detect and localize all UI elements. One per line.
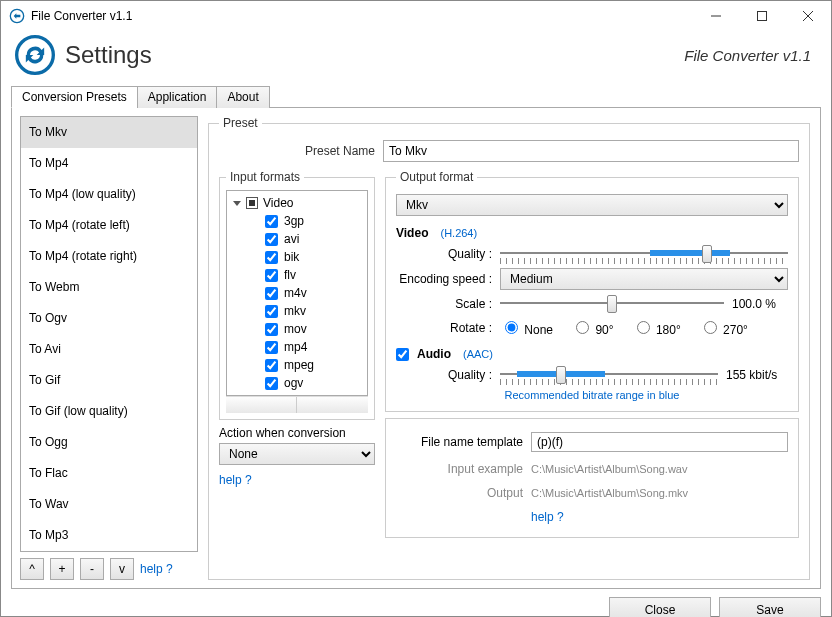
encoding-speed-select[interactable]: Medium xyxy=(500,268,788,290)
format-checkbox[interactable] xyxy=(265,377,278,390)
audio-codec-label: (AAC) xyxy=(463,348,493,360)
product-name: File Converter v1.1 xyxy=(684,47,811,64)
format-checkbox[interactable] xyxy=(265,251,278,264)
tree-expand-icon[interactable] xyxy=(233,201,241,206)
preset-name-label: Preset Name xyxy=(219,144,375,158)
preset-item[interactable]: To Webm xyxy=(21,272,197,303)
minimize-button[interactable] xyxy=(693,1,739,31)
save-settings-button[interactable]: Save xyxy=(719,597,821,617)
input-help-link[interactable]: help ? xyxy=(219,473,375,487)
video-quality-label: Quality : xyxy=(396,247,492,261)
close-settings-button[interactable]: Close xyxy=(609,597,711,617)
window-title: File Converter v1.1 xyxy=(31,9,132,23)
page-title: Settings xyxy=(65,41,152,69)
bitrate-note: Recommended bitrate range in blue xyxy=(396,389,788,401)
input-formats-legend: Input formats xyxy=(226,170,304,184)
format-label: mkv xyxy=(284,304,306,318)
format-checkbox[interactable] xyxy=(265,287,278,300)
format-checkbox[interactable] xyxy=(265,269,278,282)
preset-item[interactable]: To Mp4 (rotate left) xyxy=(21,210,197,241)
format-checkbox[interactable] xyxy=(265,305,278,318)
preset-legend: Preset xyxy=(219,116,262,130)
format-checkbox[interactable] xyxy=(265,215,278,228)
format-label: mpeg xyxy=(284,358,314,372)
preset-item[interactable]: To Mp3 xyxy=(21,520,197,551)
template-help-link[interactable]: help ? xyxy=(531,510,564,524)
preset-name-input[interactable] xyxy=(383,140,799,162)
preset-item[interactable]: To Mp4 xyxy=(21,148,197,179)
tab-application[interactable]: Application xyxy=(137,86,218,108)
format-checkbox[interactable] xyxy=(265,323,278,336)
tree-tristate-checkbox[interactable] xyxy=(246,197,258,209)
output-example-value: C:\Music\Artist\Album\Song.mkv xyxy=(531,487,688,499)
encoding-speed-label: Encoding speed : xyxy=(396,272,492,286)
action-label: Action when conversion xyxy=(219,426,375,440)
format-label: ogv xyxy=(284,376,303,390)
scale-label: Scale : xyxy=(396,297,492,311)
output-example-label: Output xyxy=(396,486,523,500)
close-button[interactable] xyxy=(785,1,831,31)
file-template-input[interactable] xyxy=(531,432,788,452)
format-checkbox[interactable] xyxy=(265,341,278,354)
audio-checkbox[interactable] xyxy=(396,348,409,361)
tab-conversion-presets[interactable]: Conversion Presets xyxy=(11,86,138,108)
preset-list[interactable]: To Mkv To Mp4 To Mp4 (low quality) To Mp… xyxy=(20,116,198,552)
titlebar: File Converter v1.1 xyxy=(1,1,831,31)
app-small-icon xyxy=(9,8,25,24)
format-label: mov xyxy=(284,322,307,336)
video-quality-slider[interactable] xyxy=(500,243,788,265)
rotate-option[interactable]: 90° xyxy=(571,318,614,337)
sidebar-help-link[interactable]: help ? xyxy=(140,562,173,576)
preset-move-up-button[interactable]: ^ xyxy=(20,558,44,580)
format-label: bik xyxy=(284,250,299,264)
input-example-value: C:\Music\Artist\Album\Song.wav xyxy=(531,463,688,475)
format-label: m4v xyxy=(284,286,307,300)
format-label: mp4 xyxy=(284,340,307,354)
input-example-label: Input example xyxy=(396,462,523,476)
audio-quality-label: Quality : xyxy=(396,368,492,382)
format-label: 3gp xyxy=(284,214,304,228)
preset-add-button[interactable]: + xyxy=(50,558,74,580)
app-logo-icon xyxy=(15,35,55,75)
audio-quality-value: 155 kbit/s xyxy=(726,368,788,382)
video-section-label: Video xyxy=(396,226,428,240)
app-window: File Converter v1.1 Settings File Conver… xyxy=(0,0,832,617)
format-checkbox[interactable] xyxy=(265,233,278,246)
file-template-label: File name template xyxy=(396,435,523,449)
video-codec-label: (H.264) xyxy=(440,227,477,239)
svg-point-2 xyxy=(17,37,54,74)
preset-item[interactable]: To Mp4 (low quality) xyxy=(21,179,197,210)
rotate-option[interactable]: 270° xyxy=(699,318,748,337)
tab-about[interactable]: About xyxy=(216,86,269,108)
preset-item[interactable]: To Gif (low quality) xyxy=(21,396,197,427)
preset-item[interactable]: To Avi xyxy=(21,334,197,365)
output-format-select[interactable]: Mkv xyxy=(396,194,788,216)
maximize-button[interactable] xyxy=(739,1,785,31)
rotate-option[interactable]: 180° xyxy=(632,318,681,337)
preset-item[interactable]: To Flac xyxy=(21,458,197,489)
preset-item[interactable]: To Mkv xyxy=(21,117,197,148)
preset-remove-button[interactable]: - xyxy=(80,558,104,580)
preset-item[interactable]: To Mp4 (rotate right) xyxy=(21,241,197,272)
scale-slider[interactable] xyxy=(500,293,724,315)
action-select[interactable]: None xyxy=(219,443,375,465)
audio-quality-slider[interactable] xyxy=(500,364,718,386)
audio-section-label: Audio xyxy=(417,347,451,361)
preset-item[interactable]: To Gif xyxy=(21,365,197,396)
output-legend: Output format xyxy=(396,170,477,184)
preset-item[interactable]: To Wav xyxy=(21,489,197,520)
format-label: avi xyxy=(284,232,299,246)
format-checkbox[interactable] xyxy=(265,359,278,372)
format-label: flv xyxy=(284,268,296,282)
rotate-option[interactable]: None xyxy=(500,318,553,337)
preset-fieldset: Preset Preset Name Input formats xyxy=(208,116,810,580)
tabs: Conversion Presets Application About xyxy=(11,86,831,108)
preset-item[interactable]: To Ogg xyxy=(21,427,197,458)
scale-value: 100.0 % xyxy=(732,297,788,311)
format-tree[interactable]: Video 3gp avi bik flv m4v mkv mov mp4 m xyxy=(226,190,368,396)
preset-move-down-button[interactable]: v xyxy=(110,558,134,580)
format-group-label: Video xyxy=(263,196,293,210)
rotate-label: Rotate : xyxy=(396,321,492,335)
preset-item[interactable]: To Ogv xyxy=(21,303,197,334)
svg-rect-1 xyxy=(758,12,767,21)
